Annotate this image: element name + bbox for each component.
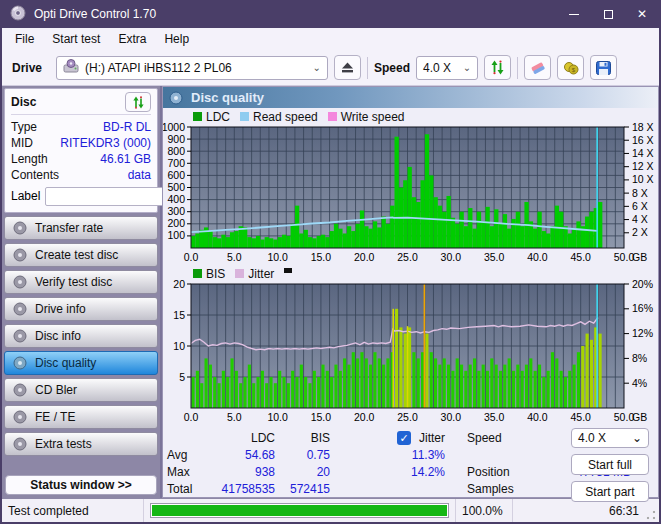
sidebar-item-drive-info[interactable]: Drive info [4,297,158,321]
sidebar-item-label: Transfer rate [35,221,103,235]
stats-panel: LDC BIS ✓ Jitter Speed 1.74 X Avg 54.68 … [163,425,658,497]
svg-text:18 X: 18 X [632,123,654,133]
svg-text:15.0: 15.0 [311,411,332,423]
eject-button[interactable] [334,55,361,80]
svg-text:12%: 12% [632,327,653,339]
drive-select-value: (H:) ATAPI iHBS112 2 PL06 [85,61,232,75]
coins-button[interactable]: $ [557,55,584,80]
jitter-checkbox[interactable]: ✓ [397,431,411,445]
start-part-button[interactable]: Start part [571,481,649,502]
svg-text:30.0: 30.0 [441,251,462,263]
svg-text:100: 100 [167,229,185,241]
chevron-down-icon: ⌄ [313,62,321,73]
sidebar-item-transfer-rate[interactable]: Transfer rate [4,216,158,240]
content-area: Disc Type BD-R DL MID RITEKDR3 (000) Len… [2,86,659,498]
chart1-legend: LDCRead speedWrite speed [193,110,658,123]
sidebar-item-verify-test-disc[interactable]: Verify test disc [4,270,158,294]
disc-refresh-button[interactable] [125,92,151,112]
field-value[interactable]: data [128,168,151,182]
sidebar-item-fe-te[interactable]: FE / TE [4,405,158,429]
panel-header: Disc quality [163,87,658,108]
legend-item: Jitter [235,267,274,281]
svg-text:40.0: 40.0 [527,411,548,423]
avg-ldc: 54.68 [221,448,275,462]
speed-select[interactable]: 4.0 X ⌄ [416,56,478,80]
svg-text:10.0: 10.0 [267,251,288,263]
svg-text:20.0: 20.0 [354,251,375,263]
chevron-down-icon: ⌄ [632,431,642,445]
max-bis: 20 [275,465,330,479]
svg-text:10.0: 10.0 [267,411,288,423]
legend-swatch [193,112,202,121]
field-value: BD-R DL [103,120,151,134]
sidebar-item-disc-info[interactable]: Disc info [4,324,158,348]
svg-text:10: 10 [173,340,185,352]
erase-disc-button[interactable] [524,55,551,80]
refresh-arrows-icon [132,96,145,109]
maximize-button[interactable] [591,0,625,28]
sidebar-item-label: Extra tests [35,437,92,451]
refresh-button[interactable] [484,55,511,80]
svg-text:300: 300 [167,205,185,217]
status-bar: Test completed 100.0% 66:31 [2,498,659,522]
disc-icon [13,437,27,451]
save-button[interactable] [590,55,617,80]
disc-quality-panel: Disc quality LDCRead speedWrite speed 10… [162,86,659,498]
svg-text:600: 600 [167,169,185,181]
max-ldc: 938 [221,465,275,479]
drive-select[interactable]: (H:) ATAPI iHBS112 2 PL06 ⌄ [56,56,328,80]
disc-icon [13,410,27,424]
svg-text:500: 500 [167,181,185,193]
legend-swatch [240,112,249,121]
svg-text:25.0: 25.0 [397,251,418,263]
field-label: Contents [11,168,59,182]
disc-icon [13,221,27,235]
field-label: Type [11,120,37,134]
sidebar-item-create-test-disc[interactable]: Create test disc [4,243,158,267]
svg-text:4 X: 4 X [632,213,648,225]
app-window: Opti Drive Control 1.70 ✕ File Start tes… [0,0,661,524]
svg-text:5.0: 5.0 [227,411,242,423]
menu-file[interactable]: File [6,30,43,48]
start-full-button[interactable]: Start full [571,454,649,475]
sidebar-item-cd-bler[interactable]: CD Bler [4,378,158,402]
sidebar-item-label: Verify test disc [35,275,112,289]
field-label: Length [11,152,48,166]
chart2-legend: BISJitter [193,267,658,280]
elapsed-time: 66:31 [513,499,645,522]
samples-stat-label: Samples [445,482,539,496]
sidebar-item-extra-tests[interactable]: Extra tests [4,432,158,456]
disc-row-length: Length 46.61 GB [11,151,151,167]
menu-extra[interactable]: Extra [109,30,155,48]
svg-text:15.0: 15.0 [311,251,332,263]
title-bar: Opti Drive Control 1.70 ✕ [2,0,659,28]
sidebar-item-disc-quality[interactable]: Disc quality [4,351,158,375]
close-button[interactable]: ✕ [625,0,659,28]
panel-title: Disc quality [191,90,264,105]
svg-text:8%: 8% [632,352,647,364]
disc-row-contents: Contents data [11,167,151,183]
test-speed-select[interactable]: 4.0 X ⌄ [571,428,649,448]
disc-panel-title: Disc [11,95,36,109]
progress-segment [144,499,456,522]
legend-swatch [284,268,292,273]
ldc-speed-chart: 100090080070060050040030020010018 X16 X1… [163,123,660,265]
menu-bar: File Start test Extra Help [2,28,659,50]
progress-bar [150,503,449,518]
svg-text:25.0: 25.0 [397,411,418,423]
disc-icon [13,302,27,316]
resize-grip[interactable] [645,509,657,521]
bis-jitter-chart: 201510520%16%12%8%4%0.05.010.015.020.025… [163,280,660,425]
position-stat-label: Position [445,465,539,479]
svg-text:15: 15 [173,309,185,321]
drive-toolbar: Drive (H:) ATAPI iHBS112 2 PL06 ⌄ Speed … [2,50,659,86]
chevron-down-icon: ⌄ [463,62,471,73]
disc-icon [13,383,27,397]
minimize-button[interactable] [557,0,591,28]
status-window-button[interactable]: Status window >> [5,475,157,495]
menu-help[interactable]: Help [155,30,198,48]
svg-text:700: 700 [167,157,185,169]
drive-icon [63,59,79,76]
menu-start-test[interactable]: Start test [43,30,109,48]
svg-text:GB: GB [632,251,647,263]
